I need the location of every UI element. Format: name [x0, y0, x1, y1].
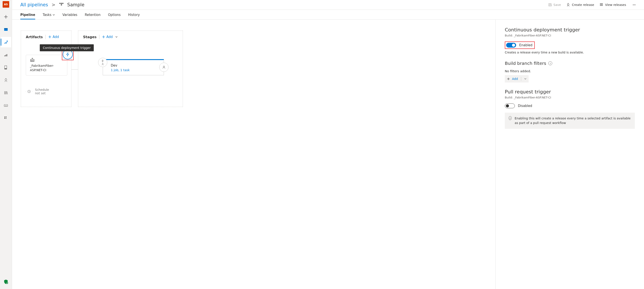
pr-trigger-toggle[interactable]	[505, 103, 515, 108]
pr-build-label: Build: _FabrikamFiber-ASP.NET-CI	[505, 96, 635, 99]
view-releases-label: View releases	[605, 3, 626, 6]
svg-rect-8	[5, 106, 7, 106]
info-icon: i	[509, 116, 512, 120]
artifact-name: _FabrikamFiber-ASP.NET-CI	[30, 64, 63, 72]
chevron-down-icon	[116, 36, 118, 38]
save-button: Save	[548, 3, 561, 6]
header-actions: Save Create release View releases ⋯	[548, 3, 638, 7]
cd-trigger-heading: Continuous deployment trigger	[505, 27, 635, 32]
add-stage-button[interactable]: Add	[102, 35, 118, 39]
branch-filters-heading: Build branch filters i	[505, 61, 635, 66]
chevron-down-icon	[524, 78, 526, 80]
user-avatar[interactable]: AS	[2, 1, 9, 8]
svg-rect-7	[4, 105, 8, 106]
nav-deploy-icon[interactable]	[1, 113, 11, 123]
pipeline-title[interactable]: Sample	[67, 2, 84, 7]
breadcrumb-separator: >	[52, 2, 56, 7]
artifacts-panel: Artifacts Add Continuous deployment trig…	[21, 30, 72, 107]
svg-rect-10	[6, 117, 6, 117]
cd-toggle-label: Enabled	[519, 43, 532, 47]
tab-bar: Pipeline Tasks Variables Retention Optio…	[12, 10, 644, 20]
artifacts-heading: Artifacts	[26, 35, 43, 39]
build-source-icon	[30, 58, 35, 62]
page-header: All pipelines > Sample Save Create relea…	[12, 0, 644, 10]
svg-rect-11	[4, 118, 5, 119]
settings-side-panel: Continuous deployment trigger Build: _Fa…	[496, 20, 644, 289]
clock-icon	[26, 88, 32, 95]
svg-rect-1	[4, 28, 8, 29]
svg-rect-6	[4, 68, 7, 69]
cd-build-label: Build: _FabrikamFiber-ASP.NET-CI	[505, 34, 635, 37]
tab-variables[interactable]: Variables	[62, 10, 77, 19]
svg-rect-9	[4, 117, 5, 117]
tab-options[interactable]: Options	[108, 10, 121, 19]
svg-rect-14	[61, 3, 62, 4]
add-stage-label: Add	[106, 35, 113, 39]
nav-keyboard-icon[interactable]	[1, 100, 11, 111]
svg-rect-4	[6, 54, 7, 56]
divider	[99, 35, 100, 39]
tab-pipeline[interactable]: Pipeline	[20, 10, 35, 19]
add-filter-label: Add	[512, 77, 518, 80]
info-banner: i Enabling this will create a release ev…	[505, 113, 635, 129]
post-deploy-conditions-button[interactable]	[159, 63, 168, 72]
pre-deploy-conditions-button[interactable]	[98, 58, 107, 67]
breadcrumb: All pipelines > Sample	[20, 2, 84, 7]
add-filter-button[interactable]: Add	[505, 75, 528, 82]
pr-toggle-label: Disabled	[518, 104, 532, 108]
cd-trigger-tooltip: Continuous deployment trigger	[40, 44, 94, 51]
no-filters-text: No filters added.	[505, 69, 635, 73]
nav-library-icon[interactable]	[1, 87, 11, 98]
svg-point-19	[102, 63, 103, 64]
info-text: Enabling this will create a release ever…	[515, 116, 631, 125]
cd-trigger-toggle[interactable]	[506, 43, 516, 48]
tab-tasks[interactable]: Tasks	[42, 10, 55, 19]
nav-add-button[interactable]	[1, 11, 11, 22]
svg-point-20	[163, 66, 164, 67]
breadcrumb-root[interactable]: All pipelines	[20, 2, 48, 7]
nav-testplans-icon[interactable]	[1, 62, 11, 73]
tab-history[interactable]: History	[128, 10, 140, 19]
left-navigation: AS	[0, 0, 12, 289]
svg-rect-15	[62, 3, 63, 4]
stages-panel: Stages Add	[78, 30, 183, 107]
stage-card-dev[interactable]: Dev 1 job, 1 task	[103, 59, 164, 75]
svg-rect-3	[6, 55, 6, 56]
svg-rect-13	[60, 3, 60, 4]
stage-body[interactable]: Dev 1 job, 1 task	[103, 59, 164, 75]
svg-point-12	[6, 282, 8, 284]
tab-tasks-label: Tasks	[42, 13, 51, 17]
stages-heading: Stages	[83, 35, 96, 39]
pipeline-canvas: Artifacts Add Continuous deployment trig…	[12, 20, 496, 289]
nav-rocket-icon[interactable]	[1, 75, 11, 85]
stage-subtitle: 1 job, 1 task	[111, 68, 160, 72]
artifact-card[interactable]: _FabrikamFiber-ASP.NET-CI	[26, 55, 67, 75]
save-label: Save	[554, 3, 561, 6]
create-release-label: Create release	[572, 3, 594, 6]
security-shield-icon[interactable]	[3, 279, 9, 285]
schedule-item[interactable]: Schedule not set	[26, 88, 66, 95]
nav-repos-icon[interactable]	[1, 49, 11, 60]
stage-name: Dev	[111, 63, 160, 67]
chevron-down-icon	[53, 14, 55, 16]
schedule-label-1: Schedule	[35, 88, 49, 91]
add-artifact-label: Add	[53, 35, 59, 39]
divider	[521, 77, 521, 81]
highlight-box: Enabled	[505, 41, 535, 49]
view-releases-button[interactable]: View releases	[600, 3, 626, 7]
tab-retention[interactable]: Retention	[85, 10, 100, 19]
info-icon[interactable]: i	[548, 61, 552, 65]
nav-boards-icon[interactable]	[1, 24, 11, 35]
divider	[46, 35, 46, 39]
pipeline-definition-icon	[59, 2, 64, 7]
more-actions-button[interactable]: ⋯	[631, 3, 638, 6]
nav-pipelines-icon[interactable]	[1, 37, 11, 47]
create-release-button[interactable]: Create release	[566, 3, 594, 7]
schedule-label-2: not set	[35, 91, 49, 95]
add-artifact-button[interactable]: Add	[48, 35, 59, 39]
svg-rect-17	[30, 59, 34, 61]
cd-caption: Creates a release every time a new build…	[505, 51, 635, 54]
svg-rect-2	[4, 55, 5, 56]
pr-trigger-heading: Pull request trigger	[505, 89, 635, 94]
